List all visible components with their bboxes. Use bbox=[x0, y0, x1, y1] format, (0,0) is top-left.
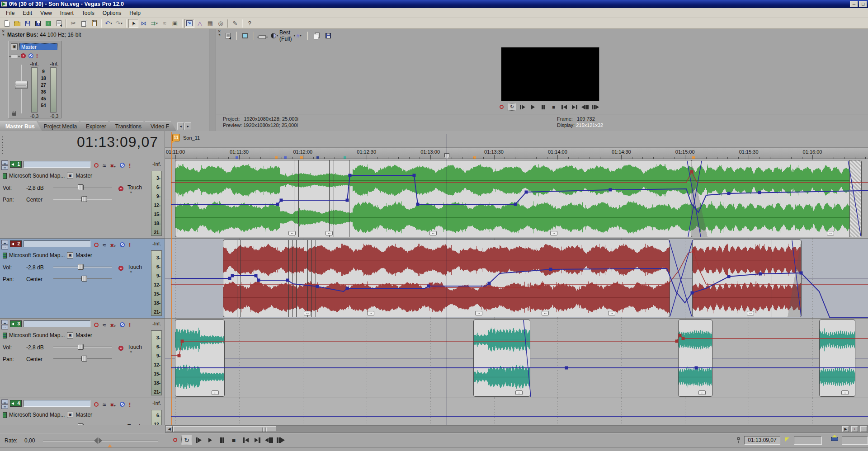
volume-slider[interactable] bbox=[53, 264, 112, 270]
copy-button[interactable] bbox=[79, 19, 89, 28]
normal-edit-tool-button[interactable] bbox=[184, 19, 194, 28]
menu-tools[interactable]: Tools bbox=[78, 9, 99, 18]
tab-scroll-right[interactable]: ▸ bbox=[184, 122, 191, 130]
time-ruler[interactable]: 01:11:0001:11:3001:12:0001:12:3001:13:00… bbox=[165, 147, 868, 159]
marker-bar[interactable]: 11 Son_11 bbox=[165, 131, 868, 147]
track-lane-2[interactable]: ↔↔↔↔↔↔ bbox=[165, 239, 868, 319]
loop-playback-button[interactable]: ↻ bbox=[181, 435, 192, 445]
whats-this-help-button[interactable]: ? bbox=[245, 19, 255, 28]
automation-mode-button[interactable] bbox=[118, 344, 123, 352]
volume-slider[interactable] bbox=[53, 344, 112, 350]
event-generic-icon[interactable]: ↔ bbox=[827, 231, 834, 235]
pan-slider[interactable] bbox=[53, 356, 112, 362]
automation-settings-button[interactable]: ✖▾ bbox=[110, 241, 116, 249]
redo-button[interactable]: ↷▾ bbox=[114, 19, 124, 28]
save-snapshot-button[interactable] bbox=[323, 31, 334, 41]
play-from-start-button[interactable] bbox=[518, 103, 527, 111]
track-header-2[interactable]: ▂▭2≈✖▾!-Inf.Microsoft Sound Map...▣Maste… bbox=[0, 239, 165, 319]
envelope-edit-tool-button[interactable]: △ bbox=[195, 19, 205, 28]
mute-button[interactable] bbox=[28, 52, 33, 60]
go-to-start-button[interactable] bbox=[240, 435, 251, 445]
event-generic-icon[interactable]: ↔ bbox=[475, 311, 482, 315]
routing-icon[interactable] bbox=[3, 412, 7, 418]
panel-close-icon[interactable]: ✕◂ bbox=[1, 30, 5, 36]
tab-scroll-left[interactable]: ◂ bbox=[177, 122, 184, 130]
track-header-3[interactable]: ▂▭3≈✖▾!-Inf.Microsoft Sound Map...▣Maste… bbox=[0, 319, 165, 398]
next-frame-button[interactable] bbox=[591, 103, 599, 111]
automation-settings-button[interactable]: ✖▾ bbox=[110, 400, 116, 409]
record-button[interactable] bbox=[170, 435, 180, 445]
overlay-grid-button[interactable]: #▾ bbox=[293, 31, 304, 41]
event-generic-icon[interactable]: ↔ bbox=[515, 390, 523, 395]
scroll-right-button[interactable]: ▶ bbox=[842, 426, 849, 432]
go-to-start-button[interactable] bbox=[560, 103, 568, 111]
track-restore-button[interactable]: ▭ bbox=[1, 165, 8, 170]
bus-automation-button[interactable] bbox=[21, 52, 26, 60]
track-header-4[interactable]: ▂▭4≈✖▾!-Inf.Microsoft Sound Map...▣Maste… bbox=[0, 398, 165, 425]
cut-button[interactable]: ✂ bbox=[68, 19, 78, 28]
menu-help[interactable]: Help bbox=[125, 9, 145, 18]
save-project-button[interactable] bbox=[23, 19, 33, 28]
minimize-button[interactable]: ─ bbox=[850, 1, 858, 7]
arm-record-button[interactable] bbox=[94, 241, 99, 249]
audio-event[interactable]: ↔↔↔↔ bbox=[175, 160, 696, 237]
event-generic-icon[interactable]: ↔ bbox=[212, 390, 219, 395]
timeline-scrollbar[interactable]: ◀ ▶ + − bbox=[165, 425, 868, 433]
track-name-field[interactable] bbox=[24, 240, 90, 247]
arm-record-button[interactable] bbox=[94, 400, 99, 409]
marker-flag[interactable]: 11 bbox=[172, 134, 180, 141]
play-button[interactable] bbox=[528, 103, 537, 111]
pan-slider-thumb[interactable] bbox=[81, 196, 87, 202]
master-fader[interactable] bbox=[15, 81, 28, 89]
volume-slider-thumb[interactable] bbox=[78, 184, 84, 190]
playhead-cursor[interactable] bbox=[447, 134, 447, 425]
automation-mode-value[interactable]: Touch▾ bbox=[127, 184, 142, 194]
event-generic-icon[interactable]: ↔ bbox=[698, 390, 706, 395]
event-generic-icon[interactable]: ↔ bbox=[841, 390, 849, 395]
volume-slider-thumb[interactable] bbox=[78, 344, 84, 350]
automation-mode-button[interactable] bbox=[118, 185, 123, 193]
next-frame-button[interactable] bbox=[275, 435, 286, 445]
track-fx-button[interactable]: ≈ bbox=[103, 322, 106, 329]
tab-master-bus[interactable]: Master Bus bbox=[0, 121, 42, 131]
automation-settings-button[interactable]: ✖▾ bbox=[110, 161, 116, 169]
tab-explorer[interactable]: Explorer bbox=[80, 121, 113, 131]
solo-button[interactable]: ! bbox=[36, 53, 38, 59]
automation-settings-button[interactable]: ✖▾ bbox=[110, 321, 116, 329]
track-restore-button[interactable]: ▭ bbox=[1, 404, 8, 409]
selection-edit-tool-button[interactable]: ▦ bbox=[205, 19, 215, 28]
pan-slider-thumb[interactable] bbox=[81, 356, 87, 362]
previous-frame-button[interactable] bbox=[580, 103, 589, 111]
track-header-1[interactable]: ▂▭1≈✖▾!-Inf.Microsoft Sound Map...▣Maste… bbox=[0, 159, 165, 239]
track-minimize-button[interactable]: ▂ bbox=[1, 399, 8, 404]
track-fx-button[interactable]: ≈ bbox=[103, 401, 106, 408]
zoom-edit-tool-button[interactable]: ◎ bbox=[216, 19, 226, 28]
track-name-field[interactable] bbox=[24, 161, 90, 168]
track-minimize-button[interactable]: ▂ bbox=[1, 160, 8, 165]
panel-menu-button[interactable] bbox=[222, 31, 233, 41]
go-to-end-button[interactable] bbox=[570, 103, 579, 111]
panel-splitter[interactable] bbox=[209, 29, 216, 131]
volume-slider-thumb[interactable] bbox=[78, 264, 84, 270]
loop-length-box[interactable] bbox=[842, 436, 868, 445]
grip-handle[interactable] bbox=[2, 136, 3, 155]
copy-snapshot-button[interactable] bbox=[311, 31, 321, 41]
lock-envelopes-button[interactable]: ≈ bbox=[160, 19, 170, 28]
project-properties-button[interactable] bbox=[33, 19, 43, 28]
event-generic-icon[interactable]: ↔ bbox=[429, 231, 437, 235]
volume-slider[interactable] bbox=[53, 184, 112, 190]
zoom-in-time-button[interactable]: + bbox=[851, 426, 858, 432]
event-generic-icon[interactable]: ↔ bbox=[550, 231, 557, 235]
audio-event[interactable]: ↔ bbox=[175, 319, 225, 397]
auto-ripple-button[interactable]: ⇉▾ bbox=[149, 19, 159, 28]
ignore-event-grouping-button[interactable]: ▣ bbox=[170, 19, 180, 28]
event-generic-icon[interactable]: ↔ bbox=[326, 231, 333, 235]
auto-crossfade-button[interactable]: ⋈ bbox=[139, 19, 149, 28]
audio-event[interactable]: ↔ bbox=[473, 319, 530, 397]
arm-record-button[interactable] bbox=[94, 161, 99, 169]
pause-button[interactable] bbox=[539, 103, 547, 111]
track-name-field[interactable] bbox=[24, 400, 90, 407]
tab-project-media[interactable]: Project Media bbox=[38, 121, 84, 131]
preview-quality-dropdown-button[interactable]: Best (Full)▾ bbox=[281, 31, 292, 41]
scrollbar-thumb[interactable] bbox=[173, 426, 276, 432]
